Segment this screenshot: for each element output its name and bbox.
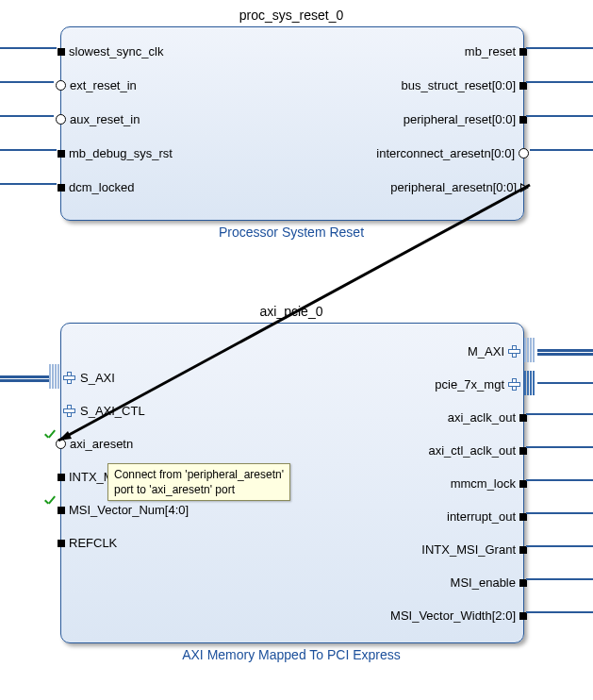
port-msi-enable[interactable]: MSI_enable <box>447 575 523 590</box>
port-peripheral-aresetn[interactable]: peripheral_aresetn[0:0] <box>387 180 523 194</box>
port-mb-debug-sys-rst[interactable]: mb_debug_sys_rst <box>61 146 176 160</box>
bus-stripes-icon <box>49 364 59 389</box>
pin-icon <box>58 150 65 158</box>
port-refclk[interactable]: REFCLK <box>61 536 121 550</box>
pin-icon <box>520 183 529 192</box>
wire-stub <box>0 115 54 117</box>
reset-block-name: Processor System Reset <box>60 225 522 240</box>
port-peripheral-reset[interactable]: peripheral_reset[0:0] <box>400 112 523 126</box>
bus-stripes-icon <box>524 371 535 395</box>
port-ext-reset-in[interactable]: ext_reset_in <box>61 78 140 92</box>
pcie-block-name: AXI Memory Mapped To PCI Express <box>60 647 522 662</box>
port-axi-aresetn[interactable]: axi_aresetn <box>61 437 137 451</box>
pin-icon <box>56 114 66 125</box>
tooltip-line: Connect from 'peripheral_aresetn' <box>114 467 284 482</box>
wire-stub <box>537 382 593 384</box>
port-mb-reset[interactable]: mb_reset <box>461 44 523 58</box>
pin-icon <box>56 80 66 91</box>
pcie-instance-label: axi_pcie_0 <box>60 304 522 319</box>
wire-stub <box>526 611 593 613</box>
pin-icon <box>58 184 65 192</box>
wire-stub <box>526 81 593 83</box>
port-bus-struct-reset[interactable]: bus_struct_reset[0:0] <box>398 78 523 92</box>
wire-stub <box>530 149 593 151</box>
port-interconnect-aresetn[interactable]: interconnect_aresetn[0:0] <box>372 146 523 160</box>
wire-stub <box>526 413 593 415</box>
connection-tooltip: Connect from 'peripheral_aresetn' port t… <box>107 463 290 501</box>
wire-stub <box>0 81 54 83</box>
pin-icon <box>58 474 65 481</box>
port-s-axi[interactable]: S_AXI <box>61 371 119 385</box>
pin-icon <box>56 439 66 449</box>
wire-stub <box>537 353 593 356</box>
port-axi-aclk-out[interactable]: axi_aclk_out <box>444 410 523 425</box>
wire-stub <box>526 545 593 547</box>
port-intx-msi-request[interactable]: INTX_MSI_Request <box>61 470 110 484</box>
bus-stripes-icon <box>524 338 535 362</box>
pin-icon <box>58 48 65 56</box>
plus-icon <box>508 378 521 392</box>
wire-stub <box>0 149 57 151</box>
checkmark-icon <box>43 496 57 509</box>
port-s-axi-ctl[interactable]: S_AXI_CTL <box>61 404 149 418</box>
wire-stub <box>526 47 593 49</box>
wire-stub <box>0 47 57 49</box>
plus-icon <box>508 345 521 358</box>
checkmark-icon <box>43 430 57 443</box>
plus-icon <box>63 372 76 385</box>
port-interrupt-out[interactable]: interrupt_out <box>443 509 523 524</box>
reset-block[interactable]: slowest_sync_clk ext_reset_in aux_reset_… <box>60 26 524 221</box>
port-dcm-locked[interactable]: dcm_locked <box>61 180 138 194</box>
plus-icon <box>63 405 76 418</box>
wire-stub <box>526 446 593 448</box>
pin-icon <box>58 540 65 547</box>
port-msi-vector-width[interactable]: MSI_Vector_Width[2:0] <box>387 608 523 623</box>
tooltip-line: port to 'axi_aresetn' port <box>114 482 284 497</box>
pin-icon <box>58 507 65 514</box>
port-slowest-sync-clk[interactable]: slowest_sync_clk <box>61 44 167 58</box>
port-pcie-7x-mgt[interactable]: pcie_7x_mgt <box>431 377 523 392</box>
reset-instance-label: proc_sys_reset_0 <box>60 8 522 23</box>
port-intx-msi-grant[interactable]: INTX_MSI_Grant <box>418 542 523 557</box>
wire-stub <box>0 375 49 378</box>
wire-stub <box>526 115 593 117</box>
wire-stub <box>526 479 593 481</box>
wire-stub <box>526 512 593 514</box>
wire-stub <box>0 379 49 382</box>
port-aux-reset-in[interactable]: aux_reset_in <box>61 112 143 126</box>
port-mmcm-lock[interactable]: mmcm_lock <box>447 476 523 491</box>
wire-stub <box>526 578 593 580</box>
pin-icon <box>519 148 529 158</box>
port-msi-vector-num[interactable]: MSI_Vector_Num[4:0] <box>61 503 192 517</box>
port-axi-ctl-aclk-out[interactable]: axi_ctl_aclk_out <box>425 443 524 458</box>
wire-stub <box>537 349 593 352</box>
wire-stub <box>0 183 57 185</box>
port-m-axi[interactable]: M_AXI <box>464 344 523 358</box>
